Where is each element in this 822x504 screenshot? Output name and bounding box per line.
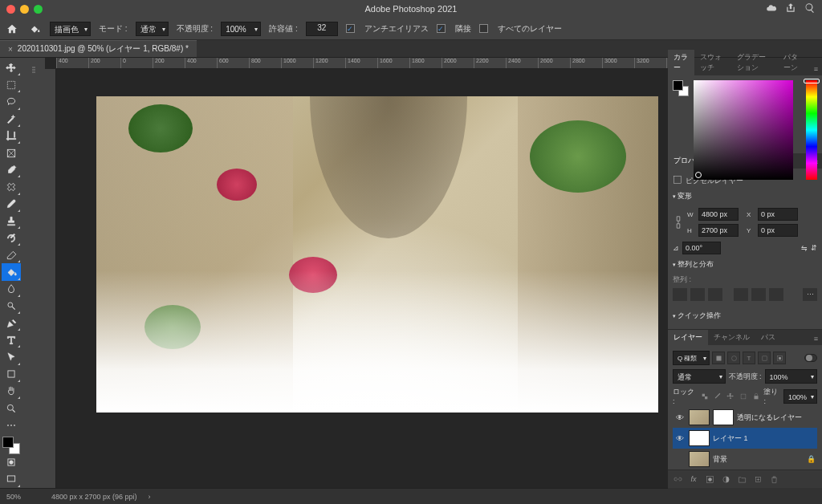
layer-name[interactable]: 背景 bbox=[713, 454, 727, 465]
tab-patterns[interactable]: パターン bbox=[778, 50, 809, 75]
filter-shape-icon[interactable] bbox=[758, 352, 771, 364]
pen-tool[interactable] bbox=[2, 315, 21, 331]
edit-toolbar-button[interactable]: ⋯ bbox=[2, 417, 21, 433]
dodge-tool[interactable] bbox=[2, 298, 21, 315]
edit-handle-icon[interactable] bbox=[28, 64, 39, 75]
angle-input[interactable] bbox=[682, 242, 721, 254]
width-input[interactable] bbox=[698, 208, 739, 221]
new-group-button[interactable] bbox=[735, 473, 749, 486]
blur-tool[interactable] bbox=[2, 281, 21, 298]
lock-position-icon[interactable] bbox=[725, 391, 735, 402]
layer-item[interactable]: 👁 レイヤー 1 bbox=[673, 428, 817, 449]
screenmode-toggle[interactable] bbox=[2, 471, 21, 488]
hue-slider[interactable] bbox=[806, 80, 817, 180]
tab-swatches[interactable]: スウォッチ bbox=[694, 50, 731, 75]
filter-type-icon[interactable]: T bbox=[743, 352, 755, 364]
maximize-window-button[interactable] bbox=[34, 5, 43, 14]
zoom-level[interactable]: 50% bbox=[6, 493, 40, 501]
align-bottom-button[interactable] bbox=[769, 288, 783, 301]
align-vcenter-button[interactable] bbox=[751, 288, 766, 301]
align-more-button[interactable]: ⋯ bbox=[803, 288, 817, 301]
doc-info-chevron-icon[interactable]: › bbox=[149, 493, 151, 501]
layer-mask-thumb[interactable] bbox=[713, 409, 734, 425]
panel-color-swatch[interactable] bbox=[673, 80, 689, 96]
tab-color[interactable]: カラー bbox=[668, 50, 694, 75]
home-icon[interactable] bbox=[5, 22, 19, 36]
marquee-tool[interactable] bbox=[2, 76, 21, 93]
flip-h-icon[interactable]: ⇋ bbox=[801, 244, 808, 252]
eraser-tool[interactable] bbox=[2, 246, 21, 263]
filter-pixel-icon[interactable] bbox=[712, 352, 725, 364]
brush-tool[interactable] bbox=[2, 196, 21, 213]
filter-smart-icon[interactable] bbox=[773, 352, 786, 364]
healing-tool[interactable] bbox=[2, 178, 21, 195]
delete-layer-button[interactable] bbox=[767, 473, 781, 486]
lock-artboard-icon[interactable] bbox=[738, 391, 748, 402]
stamp-tool[interactable] bbox=[2, 213, 21, 230]
quickmask-toggle[interactable] bbox=[2, 454, 21, 471]
align-left-button[interactable] bbox=[673, 288, 687, 301]
y-input[interactable] bbox=[758, 224, 798, 237]
close-window-button[interactable] bbox=[6, 5, 15, 14]
canvas[interactable] bbox=[96, 96, 658, 413]
magic-wand-tool[interactable] bbox=[2, 111, 21, 128]
layer-item[interactable]: 👁 透明になるレイヤー bbox=[673, 407, 817, 428]
align-top-button[interactable] bbox=[734, 288, 748, 301]
lasso-tool[interactable] bbox=[2, 93, 21, 110]
ruler-vertical[interactable] bbox=[45, 69, 56, 488]
visibility-toggle[interactable]: 👁 bbox=[674, 413, 686, 422]
lock-pixels-icon[interactable] bbox=[712, 391, 722, 402]
flip-v-icon[interactable]: ⇵ bbox=[811, 244, 817, 252]
link-wh-icon[interactable] bbox=[673, 213, 684, 232]
transform-section-head[interactable]: 変形 bbox=[673, 188, 817, 205]
fill-source-dropdown[interactable]: 描画色 bbox=[50, 22, 91, 36]
document-tab[interactable]: × 2020110301.jpg @ 50% (レイヤー 1, RGB/8#) … bbox=[0, 40, 197, 57]
frame-tool[interactable] bbox=[2, 144, 21, 161]
x-input[interactable] bbox=[758, 208, 798, 221]
align-right-button[interactable] bbox=[708, 288, 722, 301]
layer-blend-dropdown[interactable]: 通常 bbox=[673, 369, 726, 384]
lock-transparent-icon[interactable] bbox=[699, 391, 710, 402]
ruler-horizontal[interactable]: 4002000200400600800100012001400160018002… bbox=[56, 58, 668, 69]
move-tool[interactable] bbox=[2, 59, 21, 76]
blend-mode-dropdown[interactable]: 通常 bbox=[136, 22, 169, 36]
search-icon[interactable] bbox=[804, 2, 816, 15]
layer-name[interactable]: 透明になるレイヤー bbox=[737, 413, 802, 423]
tab-channels[interactable]: チャンネル bbox=[708, 330, 755, 345]
tab-paths[interactable]: パス bbox=[755, 330, 781, 345]
layer-fill-dropdown[interactable]: 100% bbox=[783, 389, 817, 404]
eyedropper-tool[interactable] bbox=[2, 161, 21, 178]
bucket-tool[interactable] bbox=[2, 263, 21, 280]
minimize-window-button[interactable] bbox=[20, 5, 29, 14]
tolerance-input[interactable]: 32 bbox=[306, 22, 338, 36]
add-mask-button[interactable] bbox=[702, 473, 717, 486]
close-tab-icon[interactable]: × bbox=[8, 45, 13, 54]
visibility-toggle[interactable]: 👁 bbox=[674, 434, 686, 443]
link-layers-button[interactable] bbox=[670, 473, 685, 486]
crop-tool[interactable] bbox=[2, 128, 21, 144]
tab-layers[interactable]: レイヤー bbox=[668, 330, 708, 345]
layer-thumb[interactable] bbox=[689, 451, 710, 467]
doc-info[interactable]: 4800 px x 2700 px (96 ppi) bbox=[51, 493, 137, 501]
color-panel-menu-icon[interactable]: ≡ bbox=[810, 63, 822, 75]
foreground-color[interactable] bbox=[2, 437, 14, 448]
layer-opacity-dropdown[interactable]: 100% bbox=[765, 369, 818, 384]
filter-toggle[interactable] bbox=[804, 354, 817, 362]
layer-thumb[interactable] bbox=[689, 430, 710, 446]
layer-fx-button[interactable]: fx bbox=[686, 473, 701, 486]
layer-name[interactable]: レイヤー 1 bbox=[713, 433, 748, 444]
filter-kind-dropdown[interactable]: Q 種類 bbox=[673, 351, 710, 365]
filter-adjust-icon[interactable] bbox=[727, 352, 740, 364]
history-brush-tool[interactable] bbox=[2, 230, 21, 246]
tab-gradients[interactable]: グラデーション bbox=[731, 50, 778, 75]
shape-tool[interactable] bbox=[2, 366, 21, 383]
opacity-dropdown[interactable]: 100% bbox=[221, 22, 261, 36]
contiguous-checkbox[interactable] bbox=[437, 24, 446, 33]
height-input[interactable] bbox=[698, 224, 739, 237]
type-tool[interactable] bbox=[2, 331, 21, 348]
share-icon[interactable] bbox=[785, 2, 796, 15]
cloud-icon[interactable] bbox=[766, 2, 777, 15]
layers-panel-menu-icon[interactable]: ≡ bbox=[810, 332, 822, 345]
bucket-tool-icon[interactable] bbox=[27, 22, 42, 36]
all-layers-checkbox[interactable] bbox=[479, 24, 488, 33]
